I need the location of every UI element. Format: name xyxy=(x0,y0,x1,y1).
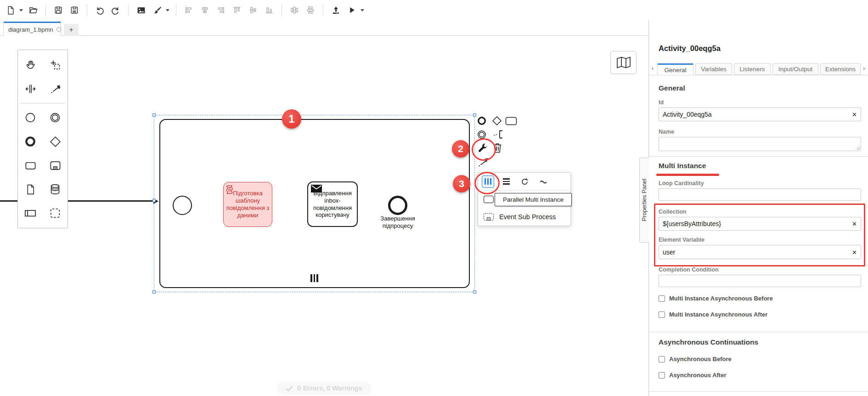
intermediate-event-tool-icon[interactable] xyxy=(43,106,68,130)
completion-condition-label: Completion Condition xyxy=(659,266,719,273)
clear-element-variable-icon[interactable]: ✕ xyxy=(852,249,857,255)
name-label: Name xyxy=(659,129,674,135)
tabs-scroll-right-icon[interactable]: › xyxy=(863,65,865,72)
tab-diagram-label: diagram_1.bpmn xyxy=(8,26,53,33)
append-task-icon[interactable] xyxy=(505,117,517,126)
completion-condition-field xyxy=(659,275,861,287)
gateway-tool-icon[interactable] xyxy=(43,130,68,153)
parallel-multi-instance-tooltip: Parallel Multi Instance xyxy=(495,193,572,206)
collection-input[interactable] xyxy=(659,217,861,231)
align-right-icon[interactable] xyxy=(215,4,227,16)
loop-icon xyxy=(520,177,529,186)
clear-collection-icon[interactable]: ✕ xyxy=(852,221,857,227)
lasso-tool-icon[interactable] xyxy=(43,53,68,77)
align-left-icon[interactable] xyxy=(183,4,195,16)
parallel-mi-highlight-ellipse xyxy=(474,172,500,194)
hand-tool-icon[interactable] xyxy=(18,53,43,77)
loop-cardinality-field xyxy=(659,188,861,201)
participant-tool-icon[interactable] xyxy=(18,201,43,225)
new-file-caret-icon[interactable] xyxy=(19,9,23,11)
multi-instance-red-underline xyxy=(656,174,719,176)
new-tab-button[interactable]: + xyxy=(64,24,79,36)
tab-diagram[interactable]: diagram_1.bpmn xyxy=(3,22,61,36)
divider xyxy=(649,391,868,392)
data-object-tool-icon[interactable] xyxy=(18,177,43,201)
export-image-icon[interactable] xyxy=(135,4,147,16)
resize-handle[interactable] xyxy=(152,199,156,202)
append-end-event-icon[interactable] xyxy=(477,116,487,126)
new-file-icon[interactable] xyxy=(5,4,17,16)
deploy-icon[interactable] xyxy=(330,4,342,16)
format-brush-icon[interactable] xyxy=(151,4,163,16)
diagram-canvas[interactable]: Підготовка шаблону повідомлення з даними… xyxy=(0,36,648,396)
step-badge-2: 2 xyxy=(452,140,469,158)
align-bottom-icon[interactable] xyxy=(263,4,275,16)
save-icon[interactable] xyxy=(52,4,64,16)
element-variable-input[interactable] xyxy=(659,245,861,259)
unsaved-indicator-icon xyxy=(56,27,61,32)
toolbar-separator xyxy=(87,4,87,16)
group-tool-icon[interactable] xyxy=(43,201,68,225)
mi-async-before-checkbox[interactable] xyxy=(659,295,665,302)
resize-handle[interactable] xyxy=(473,290,476,294)
distribute-horizontal-icon[interactable] xyxy=(288,4,300,16)
properties-panel-side-tab[interactable]: Properties Panel xyxy=(639,158,649,243)
properties-tabs: ‹ General Variables Listeners Input/Outp… xyxy=(649,63,868,75)
tabs-scroll-left-icon[interactable]: ‹ xyxy=(652,65,654,72)
tab-general[interactable]: General xyxy=(657,63,693,75)
divider xyxy=(649,332,868,332)
tab-listeners[interactable]: Listeners xyxy=(734,63,771,75)
toolbar-separator xyxy=(282,4,282,16)
global-connect-tool-icon[interactable] xyxy=(43,77,68,101)
sequential-multi-instance-button[interactable] xyxy=(500,175,513,188)
space-tool-icon[interactable] xyxy=(18,77,43,101)
map-icon xyxy=(616,57,631,68)
align-middle-icon[interactable] xyxy=(247,4,259,16)
resize-handle[interactable] xyxy=(152,113,156,117)
tab-extensions[interactable]: Extensions xyxy=(820,63,861,75)
name-input[interactable] xyxy=(659,137,861,151)
id-label: Id xyxy=(659,99,664,106)
run-icon[interactable] xyxy=(346,4,358,16)
lint-status-bar[interactable]: 0 Errors, 0 Warnings xyxy=(277,381,371,395)
loop-cardinality-input[interactable] xyxy=(659,188,861,201)
format-brush-caret-icon[interactable] xyxy=(166,9,169,11)
tab-input-output[interactable]: Input/Output xyxy=(772,63,818,75)
loop-button[interactable] xyxy=(519,175,531,188)
collection-label: Collection xyxy=(659,209,686,215)
async-before-checkbox[interactable] xyxy=(659,356,665,362)
clear-id-icon[interactable]: ✕ xyxy=(852,112,857,118)
mi-async-after-label: Multi Instance Asynchronous After xyxy=(669,311,767,318)
redo-icon[interactable] xyxy=(110,4,122,16)
save-as-icon[interactable] xyxy=(68,4,80,16)
popup-item-event-subprocess[interactable]: Event Sub Process xyxy=(478,208,570,226)
text-annotation-icon[interactable] xyxy=(493,130,504,140)
toolbar-separator xyxy=(45,4,46,16)
subprocess-tool-icon[interactable] xyxy=(43,153,68,177)
minimap-toggle-button[interactable] xyxy=(610,51,637,74)
open-file-icon[interactable] xyxy=(27,4,39,16)
append-gateway-icon[interactable] xyxy=(491,116,502,126)
align-top-icon[interactable] xyxy=(231,4,243,16)
align-center-icon[interactable] xyxy=(199,4,211,16)
async-after-checkbox[interactable] xyxy=(659,372,665,379)
task-tool-icon[interactable] xyxy=(18,153,43,177)
data-store-tool-icon[interactable] xyxy=(43,177,68,201)
end-event-tool-icon[interactable] xyxy=(18,130,43,153)
adhoc-button[interactable] xyxy=(537,175,549,188)
collection-field: ✕ xyxy=(659,217,861,231)
mi-async-after-checkbox[interactable] xyxy=(659,311,665,318)
tab-variables[interactable]: Variables xyxy=(695,63,732,75)
start-event-tool-icon[interactable] xyxy=(18,106,43,130)
run-caret-icon[interactable] xyxy=(361,9,364,11)
id-input[interactable] xyxy=(659,107,861,121)
palette-separator xyxy=(21,103,65,103)
resize-handle[interactable] xyxy=(152,290,156,294)
distribute-vertical-icon[interactable] xyxy=(304,4,316,16)
toolbar-separator xyxy=(176,4,176,16)
completion-condition-input[interactable] xyxy=(659,275,861,287)
resize-handle[interactable] xyxy=(473,113,476,117)
undo-icon[interactable] xyxy=(94,4,106,16)
wrench-highlight-ellipse xyxy=(472,138,496,161)
element-palette xyxy=(17,50,68,228)
